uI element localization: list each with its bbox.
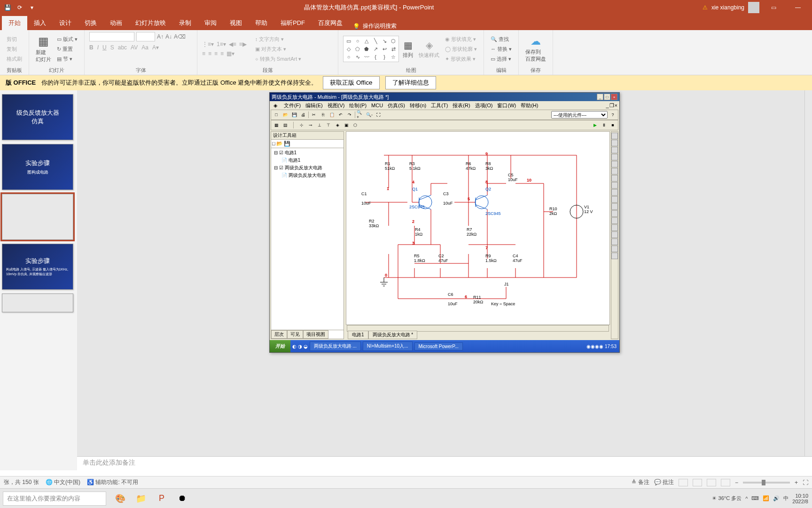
shape-gallery[interactable]: ▭○△╲↘⬡ ◇⬠⬟↗↩⇄ ○∿〰{}☆ bbox=[343, 36, 399, 62]
ms-menu-file[interactable]: 文件(F) bbox=[282, 102, 303, 109]
ms-menu-transfer[interactable]: 转移(n) bbox=[408, 102, 428, 109]
weather-widget[interactable]: ☀ 36°C 多云 bbox=[712, 495, 742, 502]
ms-menu-view[interactable]: 视图(V) bbox=[326, 102, 347, 109]
clock[interactable]: 10:10 2022/8 bbox=[792, 493, 808, 504]
tab-foxit[interactable]: 福昕PDF bbox=[274, 16, 312, 30]
ms-zoomout-icon[interactable]: 🔍- bbox=[366, 111, 373, 119]
replace-button[interactable]: ↔ 替换 ▾ bbox=[489, 45, 514, 54]
notes-pane[interactable]: 单击此处添加备注 bbox=[77, 456, 812, 470]
tree-tab-project[interactable]: 项目视图 bbox=[303, 330, 328, 339]
ms-child-restore-icon[interactable]: ❐ bbox=[609, 103, 614, 109]
sorter-view-icon[interactable] bbox=[693, 479, 702, 486]
instrument-icon[interactable] bbox=[611, 140, 618, 146]
shape-outline-button[interactable]: ◯ 形状轮廓 ▾ bbox=[443, 45, 479, 54]
ms-zoomfit-icon[interactable]: ⛶ bbox=[375, 111, 382, 119]
ms-close-icon[interactable]: × bbox=[611, 94, 617, 100]
tab-view[interactable]: 视图 bbox=[223, 16, 249, 30]
tab-slideshow[interactable]: 幻灯片放映 bbox=[129, 16, 172, 30]
slide-thumbnails-panel[interactable]: 级负反馈放大器仿真 实验步骤图构成电路 实验步骤构成电路 入信号, 示波器 整入… bbox=[0, 90, 77, 470]
tab-record[interactable]: 录制 bbox=[172, 16, 198, 30]
underline-button[interactable]: U bbox=[102, 44, 107, 51]
save-icon[interactable]: 💾 bbox=[4, 4, 11, 11]
new-slide-button[interactable]: ▦ 新建 幻灯片 bbox=[34, 34, 53, 64]
ms-paste-icon[interactable]: 📋 bbox=[328, 111, 336, 119]
slide-thumb[interactable]: 级负反馈放大器仿真 bbox=[2, 94, 73, 140]
ribbon-options-icon[interactable]: ▭ bbox=[763, 0, 784, 15]
tab-review[interactable]: 审阅 bbox=[198, 16, 223, 30]
xp-task[interactable]: 两级负反放大电路 ... bbox=[310, 341, 361, 351]
tree-save-icon[interactable]: 💾 bbox=[284, 141, 290, 147]
copy-button[interactable]: 复制 bbox=[5, 45, 24, 54]
ms-comp-icon[interactable]: ⊥ bbox=[316, 121, 323, 129]
zoom-slider[interactable] bbox=[743, 482, 790, 484]
slideshow-view-icon[interactable] bbox=[721, 479, 730, 486]
tab-design[interactable]: 设计 bbox=[53, 16, 78, 30]
italic-button[interactable]: I bbox=[97, 44, 99, 51]
ms-maximize-icon[interactable]: □ bbox=[604, 94, 610, 100]
taskbar-powerpoint-icon[interactable]: P bbox=[152, 490, 171, 507]
font-color-button[interactable]: A▾ bbox=[152, 44, 159, 51]
instrument-icon[interactable] bbox=[611, 203, 618, 210]
ms-menu-reports[interactable]: 报表(R) bbox=[451, 102, 472, 109]
smartart-button[interactable]: ⟐ 转换为 SmartArt ▾ bbox=[253, 55, 303, 64]
ms-cut-icon[interactable]: ✂ bbox=[310, 111, 318, 119]
ms-undo-icon[interactable]: ↶ bbox=[337, 111, 344, 119]
tree-open-icon[interactable]: 📂 bbox=[276, 141, 283, 147]
taskbar-record-icon[interactable]: ⏺ bbox=[173, 490, 192, 507]
ms-mode1-icon[interactable]: ▦ bbox=[273, 121, 280, 129]
instrument-icon[interactable] bbox=[611, 168, 618, 175]
ms-comp-icon[interactable]: ⊹ bbox=[298, 121, 305, 129]
select-button[interactable]: ▭ 选择 ▾ bbox=[489, 55, 514, 64]
instrument-icon[interactable] bbox=[611, 224, 618, 231]
ms-menu-help[interactable]: 帮助(H) bbox=[519, 102, 540, 109]
tell-me[interactable]: 💡 操作说明搜索 bbox=[353, 22, 397, 30]
xp-task[interactable]: NI+Multisim+10入... bbox=[363, 341, 413, 351]
cut-button[interactable]: 剪切 bbox=[5, 35, 24, 44]
accessibility-status[interactable]: ♿ 辅助功能: 不可用 bbox=[87, 478, 138, 486]
ms-comp-icon[interactable]: ⊤ bbox=[325, 121, 332, 129]
indent-inc-icon[interactable]: ≡▶ bbox=[239, 41, 247, 48]
shape-fill-button[interactable]: ◉ 形状填充 ▾ bbox=[443, 35, 479, 44]
instrument-icon[interactable] bbox=[611, 253, 618, 259]
instrument-icon[interactable] bbox=[611, 196, 618, 203]
tab-baidu[interactable]: 百度网盘 bbox=[312, 16, 349, 30]
decrease-font-icon[interactable]: A↓ bbox=[165, 33, 172, 40]
ms-run-icon[interactable]: ▶ bbox=[591, 121, 599, 129]
normal-view-icon[interactable] bbox=[679, 479, 688, 486]
bold-button[interactable]: B bbox=[89, 44, 94, 51]
lang-indicator[interactable]: 🌐 中文(中国) bbox=[46, 478, 80, 486]
ms-stop-icon[interactable]: ■ bbox=[609, 121, 617, 129]
instrument-icon[interactable] bbox=[611, 246, 618, 252]
autosave-icon[interactable]: ⟳ bbox=[16, 4, 23, 11]
taskbar-explorer-icon[interactable]: 📁 bbox=[132, 490, 150, 507]
ms-menu-place[interactable]: 绘制(P) bbox=[347, 102, 368, 109]
zoom-in-icon[interactable]: + bbox=[795, 479, 798, 486]
align-text-button[interactable]: ▣ 对齐文本 ▾ bbox=[253, 45, 303, 54]
ms-menu-mcu[interactable]: MCU bbox=[369, 103, 385, 108]
avatar[interactable] bbox=[748, 2, 759, 13]
instrument-icon[interactable] bbox=[611, 238, 618, 245]
instrument-icon[interactable] bbox=[611, 175, 618, 182]
ms-menu-simulate[interactable]: 仿真(S) bbox=[386, 102, 407, 109]
increase-font-icon[interactable]: A↑ bbox=[157, 33, 164, 40]
xp-task[interactable]: Microsoft PowerP... bbox=[414, 342, 463, 350]
ms-comp-icon[interactable]: ◈ bbox=[334, 121, 341, 129]
tray-input-icon[interactable]: ⌨ bbox=[751, 495, 759, 501]
circuit-canvas[interactable]: R151kΩ R35.1kΩ R647kΩ R83kΩ C510uF C110u… bbox=[346, 131, 610, 325]
clear-format-icon[interactable]: A⌫ bbox=[174, 33, 186, 40]
slide-vscroll[interactable] bbox=[804, 90, 812, 456]
ms-redo-icon[interactable]: ↷ bbox=[346, 111, 353, 119]
comments-toggle[interactable]: 💬 批注 bbox=[654, 478, 674, 486]
ms-mode2-icon[interactable]: ▤ bbox=[281, 121, 289, 129]
format-painter-button[interactable]: 格式刷 bbox=[5, 55, 24, 64]
ms-component-dropdown[interactable]: ---使用的元件--- bbox=[551, 111, 608, 119]
ms-print-icon[interactable]: 🖨 bbox=[299, 111, 307, 119]
text-direction-button[interactable]: ↕ 文字方向 ▾ bbox=[253, 35, 303, 44]
reading-view-icon[interactable] bbox=[707, 479, 716, 486]
instrument-icon[interactable] bbox=[611, 231, 618, 238]
strike-button[interactable]: S bbox=[110, 44, 114, 51]
ms-menu-tools[interactable]: 工具(T) bbox=[429, 102, 450, 109]
ms-copy-icon[interactable]: ⎘ bbox=[319, 111, 327, 119]
instrument-icon[interactable] bbox=[611, 189, 618, 196]
instrument-icon[interactable] bbox=[611, 154, 618, 160]
